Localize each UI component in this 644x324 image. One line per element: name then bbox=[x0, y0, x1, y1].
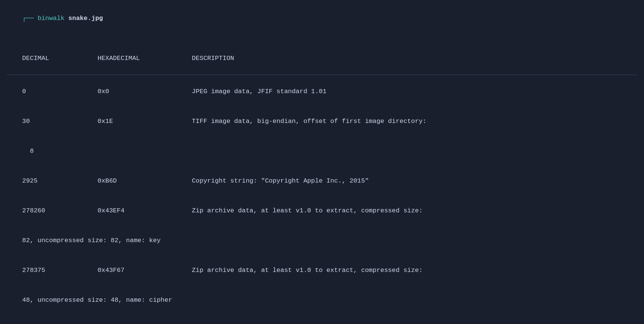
table-row-cont: 82, uncompressed size: 82, name: key bbox=[7, 226, 637, 256]
decimal-30: 30 bbox=[22, 117, 98, 126]
table-row-cont: 8 bbox=[7, 136, 637, 166]
terminal: ┌── binwalk snake.jpg DECIMALHEXADECIMAL… bbox=[7, 4, 637, 324]
decimal-278260: 278260 bbox=[22, 206, 98, 216]
cont-8: 8 bbox=[22, 147, 34, 155]
desc-278375: Zip archive data, at least v1.0 to extra… bbox=[192, 266, 423, 275]
decimal-0: 0 bbox=[22, 87, 98, 97]
binwalk-cmd: binwalk bbox=[38, 15, 64, 22]
desc-0: JPEG image data, JFIF standard 1.01 bbox=[192, 87, 327, 97]
header-desc: DESCRIPTION bbox=[192, 54, 234, 63]
table-header: DECIMALHEXADECIMALDESCRIPTION bbox=[7, 43, 637, 73]
table-row: 2782600x43EF4Zip archive data, at least … bbox=[7, 196, 637, 226]
decimal-2925: 2925 bbox=[22, 176, 98, 186]
table-row: 00x0JPEG image data, JFIF standard 1.01 bbox=[7, 77, 637, 106]
box-top-left: ┌── bbox=[22, 15, 34, 22]
hex-30: 0x1E bbox=[98, 117, 192, 126]
cont-48: 48, uncompressed size: 48, name: cipher bbox=[22, 296, 172, 304]
hex-0: 0x0 bbox=[98, 87, 192, 97]
table-row: 29250xB6DCopyright string: "Copyright Ap… bbox=[7, 166, 637, 196]
snake-jpg-arg: snake.jpg bbox=[68, 15, 103, 22]
hex-278260: 0x43EF4 bbox=[98, 206, 192, 216]
cont-82: 82, uncompressed size: 82, name: key bbox=[22, 237, 161, 244]
table-row: 300x1ETIFF image data, big-endian, offse… bbox=[7, 106, 637, 136]
table-row-cont: 48, uncompressed size: 48, name: cipher bbox=[7, 286, 637, 315]
hex-2925: 0xB6D bbox=[98, 176, 192, 186]
header-hex: HEXADECIMAL bbox=[98, 54, 192, 63]
desc-30: TIFF image data, big-endian, offset of f… bbox=[192, 117, 426, 126]
prompt-root-1 bbox=[34, 15, 37, 22]
decimal-278375: 278375 bbox=[22, 266, 98, 275]
desc-2925: Copyright string: "Copyright Apple Inc.,… bbox=[192, 176, 369, 186]
first-prompt-line: ┌── binwalk snake.jpg bbox=[7, 4, 637, 34]
empty-line-1 bbox=[7, 34, 637, 43]
table-row: 2786320x44068End of Zip archive, footer … bbox=[7, 315, 637, 324]
table-separator bbox=[7, 75, 637, 75]
table-row: 2783750x43F67Zip archive data, at least … bbox=[7, 256, 637, 286]
hex-278375: 0x43F67 bbox=[98, 266, 192, 275]
desc-278260: Zip archive data, at least v1.0 to extra… bbox=[192, 206, 423, 216]
header-decimal: DECIMAL bbox=[22, 54, 98, 63]
